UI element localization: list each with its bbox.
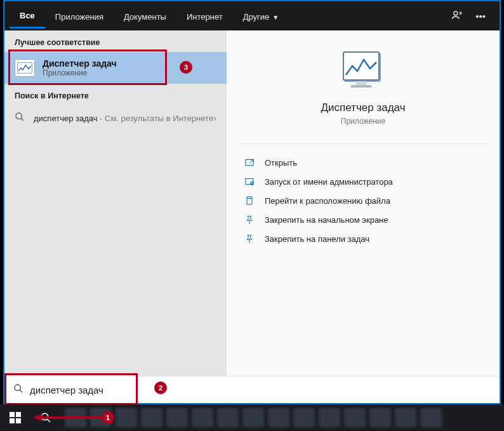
tab-documents[interactable]: Документы — [114, 4, 176, 28]
more-icon[interactable]: ••• — [469, 11, 492, 22]
pin-start-icon — [243, 215, 256, 225]
svg-point-2 — [16, 113, 22, 119]
svg-marker-25 — [33, 414, 42, 421]
taskbar-app[interactable] — [192, 408, 213, 427]
taskbar-app[interactable] — [268, 408, 289, 427]
action-pin-start[interactable]: Закрепить на начальном экране — [239, 210, 487, 229]
web-search-result[interactable]: диспетчер задач - См. результаты в Интер… — [4, 105, 227, 131]
annotation-arrow-1 — [33, 412, 103, 423]
tab-other[interactable]: Другие▼ — [233, 4, 289, 28]
preview-column: Диспетчер задач Приложение Открыть Запус… — [227, 30, 500, 376]
svg-rect-19 — [16, 412, 21, 417]
best-match-title: Диспетчер задач — [43, 58, 117, 69]
best-match-result[interactable]: Диспетчер задач Приложение 3 — [4, 52, 227, 84]
taskbar-apps — [61, 408, 504, 427]
folder-icon — [243, 196, 256, 206]
open-icon — [243, 157, 256, 168]
taskbar-app[interactable] — [395, 408, 416, 427]
task-manager-icon-large — [341, 51, 385, 90]
svg-point-16 — [15, 385, 20, 390]
svg-rect-12 — [247, 197, 252, 204]
taskbar-app[interactable] — [242, 408, 264, 427]
action-pin-taskbar[interactable]: Закрепить на панели задач — [239, 229, 487, 248]
svg-rect-7 — [351, 85, 371, 88]
feedback-icon[interactable] — [445, 10, 469, 23]
search-input[interactable] — [30, 385, 491, 395]
search-input-row: 2 — [4, 376, 500, 403]
action-open-location[interactable]: Перейти к расположению файла — [239, 191, 487, 210]
results-column: Лучшее соответствие Диспетчер задач Прил… — [4, 30, 227, 376]
taskbar-app[interactable] — [344, 408, 366, 427]
svg-line-3 — [21, 118, 23, 121]
action-open[interactable]: Открыть — [239, 153, 487, 172]
start-button[interactable] — [0, 404, 30, 431]
section-web-search: Поиск в Интернете — [4, 84, 227, 105]
taskbar-app[interactable] — [420, 408, 442, 427]
task-manager-icon — [15, 59, 35, 77]
tab-internet[interactable]: Интернет — [176, 4, 233, 28]
best-match-subtitle: Приложение — [43, 69, 117, 77]
taskbar-app[interactable] — [141, 408, 162, 427]
taskbar-app[interactable] — [293, 408, 315, 427]
chevron-right-icon: › — [213, 113, 216, 123]
annotation-badge-1: 1 — [102, 411, 114, 424]
svg-line-9 — [249, 159, 253, 163]
web-result-text: диспетчер задач - См. результаты в Интер… — [34, 114, 213, 123]
taskbar-app[interactable] — [369, 408, 391, 427]
taskbar-app[interactable] — [116, 408, 137, 427]
search-icon — [13, 383, 23, 396]
search-panel: Все Приложения Документы Интернет Другие… — [3, 0, 501, 404]
tab-all[interactable]: Все — [10, 3, 45, 29]
preview-title: Диспетчер задач — [239, 102, 487, 114]
svg-rect-21 — [16, 418, 21, 423]
tab-apps[interactable]: Приложения — [45, 4, 114, 28]
preview-subtitle: Приложение — [239, 117, 487, 126]
taskbar-app[interactable] — [319, 408, 340, 427]
svg-line-17 — [20, 390, 22, 392]
search-body: Лучшее соответствие Диспетчер задач Прил… — [4, 30, 500, 376]
taskbar-app[interactable] — [166, 408, 188, 427]
svg-rect-20 — [10, 418, 15, 423]
admin-icon — [243, 176, 256, 187]
svg-rect-18 — [10, 412, 15, 417]
annotation-badge-3: 3 — [180, 61, 192, 74]
tab-other-label: Другие — [243, 12, 270, 22]
svg-rect-6 — [356, 81, 366, 85]
pin-taskbar-icon — [243, 234, 256, 244]
actions-list: Открыть Запуск от имени администратора П… — [239, 144, 487, 248]
search-icon — [15, 112, 26, 124]
svg-point-0 — [454, 11, 458, 15]
app-preview: Диспетчер задач Приложение — [239, 51, 487, 144]
section-best-match: Лучшее соответствие — [4, 30, 227, 52]
chevron-down-icon: ▼ — [272, 14, 279, 21]
tabs-bar: Все Приложения Документы Интернет Другие… — [4, 1, 500, 30]
taskbar-app[interactable] — [217, 408, 239, 427]
annotation-badge-2: 2 — [154, 381, 167, 394]
action-run-admin[interactable]: Запуск от имени администратора — [239, 172, 487, 191]
